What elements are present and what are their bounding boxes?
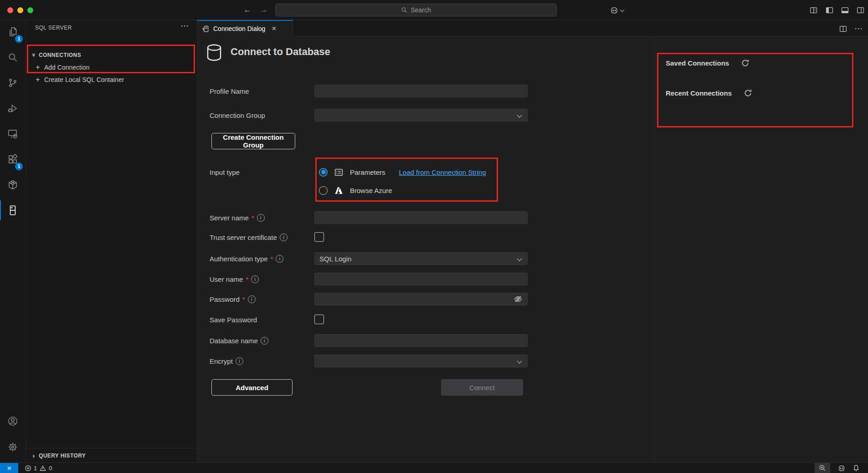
webview-zoom-indicator[interactable] bbox=[815, 463, 830, 473]
chevron-down-icon bbox=[620, 8, 625, 12]
toggle-primary-sidebar-button[interactable] bbox=[826, 6, 833, 16]
profile-name-input[interactable] bbox=[314, 85, 528, 97]
toggle-password-visibility-button[interactable] bbox=[512, 293, 524, 305]
activitybar-explorer[interactable]: 1 bbox=[0, 20, 26, 44]
info-icon[interactable]: i bbox=[248, 295, 256, 303]
sidebar-item-create-local-sql-container[interactable]: + Create Local SQL Container bbox=[26, 73, 197, 86]
info-icon[interactable]: i bbox=[261, 337, 268, 345]
sidebar-item-add-connection[interactable]: + Add Connection bbox=[26, 61, 197, 73]
save-password-checkbox[interactable] bbox=[314, 315, 324, 324]
customize-layout-button[interactable] bbox=[810, 6, 817, 16]
search-icon bbox=[401, 7, 407, 13]
server-name-input[interactable] bbox=[314, 211, 528, 224]
activity-bar: 1 bbox=[0, 20, 26, 463]
zoom-in-icon bbox=[819, 464, 826, 472]
activitybar-sql-server[interactable] bbox=[0, 198, 26, 222]
server-name-label: Server name* i bbox=[210, 213, 265, 223]
copilot-icon bbox=[610, 6, 619, 14]
problems-status[interactable]: 1 0 bbox=[25, 463, 52, 473]
bell-icon bbox=[853, 464, 860, 472]
chevron-down-icon bbox=[517, 112, 522, 117]
activitybar-search[interactable] bbox=[0, 46, 26, 69]
command-center-search[interactable]: Search bbox=[275, 4, 557, 16]
connection-group-select[interactable] bbox=[314, 109, 528, 122]
copilot-status[interactable] bbox=[837, 463, 847, 473]
remote-explorer-icon bbox=[7, 128, 19, 140]
required-asterisk: * bbox=[271, 255, 273, 263]
database-icon bbox=[206, 44, 222, 62]
input-type-label: Input type bbox=[210, 167, 240, 177]
panel-divider bbox=[654, 36, 654, 463]
copilot-menu-button[interactable] bbox=[610, 6, 619, 16]
error-icon bbox=[25, 465, 31, 472]
refresh-icon[interactable] bbox=[741, 59, 750, 67]
connection-dialog-tab-icon bbox=[202, 25, 210, 33]
explorer-badge: 1 bbox=[15, 35, 23, 43]
info-icon[interactable]: i bbox=[251, 275, 259, 283]
copilot-icon bbox=[837, 465, 846, 472]
saved-connections-header: Saved Connections bbox=[666, 59, 750, 67]
window-zoom-button[interactable] bbox=[27, 7, 33, 13]
trust-server-certificate-checkbox[interactable] bbox=[314, 232, 324, 242]
activitybar-extensions[interactable]: 1 bbox=[0, 147, 26, 171]
activitybar-source-control[interactable] bbox=[0, 71, 26, 95]
recent-connections-title: Recent Connections bbox=[666, 89, 732, 97]
activitybar-accounts[interactable] bbox=[0, 409, 26, 433]
authentication-type-value: SQL Login bbox=[319, 255, 351, 263]
connect-button[interactable]: Connect bbox=[441, 379, 523, 396]
create-connection-group-button[interactable]: Create Connection Group bbox=[211, 133, 295, 149]
dialog-title: Connect to Database bbox=[231, 46, 330, 58]
authentication-type-select[interactable]: SQL Login bbox=[314, 252, 528, 265]
tab-label: Connection Dialog bbox=[213, 25, 265, 32]
browse-azure-option-label: Browse Azure bbox=[350, 187, 392, 194]
info-icon[interactable]: i bbox=[236, 357, 243, 365]
chevron-down-icon bbox=[517, 256, 522, 261]
refresh-icon[interactable] bbox=[744, 89, 752, 97]
window-close-button[interactable] bbox=[7, 7, 13, 13]
input-type-parameters-option[interactable]: Parameters Load from Connection String bbox=[319, 166, 486, 178]
layout-sidebar-right-icon bbox=[857, 6, 864, 14]
password-input[interactable] bbox=[314, 293, 528, 305]
search-placeholder: Search bbox=[411, 6, 431, 14]
info-icon[interactable]: i bbox=[280, 234, 288, 241]
tab-connection-dialog[interactable]: Connection Dialog × bbox=[197, 20, 293, 36]
save-password-label: Save Password bbox=[210, 315, 257, 325]
sidebar-more-actions[interactable]: ⋯ bbox=[180, 21, 189, 31]
sql-server-icon bbox=[7, 204, 19, 216]
notifications-bell[interactable] bbox=[851, 463, 861, 473]
saved-connections-title: Saved Connections bbox=[666, 59, 729, 67]
navigate-back-icon[interactable]: ← bbox=[242, 5, 253, 15]
add-icon: + bbox=[34, 76, 41, 84]
status-bar: 1 0 bbox=[0, 463, 868, 473]
toggle-panel-button[interactable] bbox=[841, 6, 849, 16]
database-name-label: Database name i bbox=[210, 336, 268, 346]
radio-unselected[interactable] bbox=[319, 186, 328, 195]
advanced-button[interactable]: Advanced bbox=[211, 379, 293, 396]
activitybar-remote-explorer[interactable] bbox=[0, 122, 26, 146]
user-name-input[interactable] bbox=[314, 273, 528, 285]
database-name-input[interactable] bbox=[314, 334, 528, 347]
editor-more-actions[interactable]: ⋯ bbox=[854, 24, 863, 34]
container-cube-icon bbox=[7, 179, 19, 191]
encrypt-select[interactable] bbox=[314, 355, 528, 367]
radio-selected[interactable] bbox=[319, 168, 328, 177]
activitybar-run-debug[interactable] bbox=[0, 97, 26, 120]
encrypt-label: Encrypt i bbox=[210, 356, 243, 366]
activitybar-containers[interactable] bbox=[0, 173, 26, 197]
activitybar-settings[interactable] bbox=[0, 435, 26, 459]
window-minimize-button[interactable] bbox=[17, 7, 23, 13]
load-from-connection-string-link[interactable]: Load from Connection String bbox=[399, 168, 486, 176]
info-icon[interactable]: i bbox=[276, 255, 283, 263]
input-type-browse-azure-option[interactable]: Browse Azure bbox=[319, 184, 392, 196]
vscode-window: ← → Search bbox=[0, 0, 868, 473]
tab-close-icon[interactable]: × bbox=[272, 24, 276, 33]
connection-group-label: Connection Group bbox=[210, 110, 265, 120]
sidebar-section-connections[interactable]: ∨ CONNECTIONS bbox=[26, 49, 197, 61]
info-icon[interactable]: i bbox=[257, 214, 265, 222]
navigate-forward-icon[interactable]: → bbox=[258, 5, 269, 15]
split-editor-icon[interactable] bbox=[839, 25, 847, 33]
sidebar-section-query-history[interactable]: › QUERY HISTORY bbox=[26, 448, 197, 463]
remote-indicator[interactable] bbox=[0, 463, 18, 473]
toggle-secondary-sidebar-button[interactable] bbox=[857, 6, 864, 16]
create-local-sql-container-label: Create Local SQL Container bbox=[44, 76, 124, 83]
